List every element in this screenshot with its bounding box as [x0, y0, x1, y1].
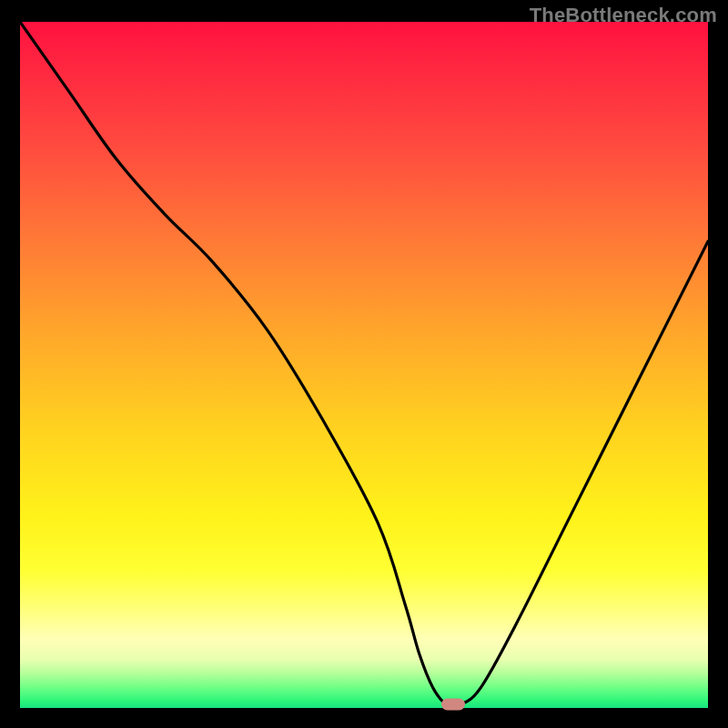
optimal-marker	[441, 699, 465, 711]
chart-frame: TheBottleneck.com	[0, 0, 728, 728]
plot-area	[20, 22, 708, 708]
bottleneck-curve	[20, 22, 708, 708]
